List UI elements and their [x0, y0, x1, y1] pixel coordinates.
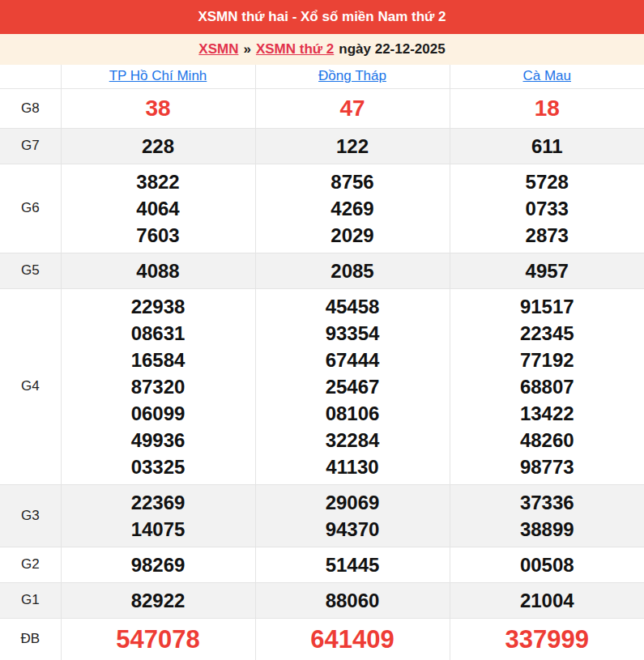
results-body: G8384718G7228122611G63822406476038756426…	[0, 88, 644, 660]
prize-cell: 38	[61, 88, 255, 128]
prize-label-header	[0, 65, 61, 88]
prize-number: 25467	[256, 373, 450, 400]
prize-cell: 45458933546744425467081063228441130	[255, 288, 450, 484]
prize-cell: 22938086311658487320060994993603325	[61, 288, 255, 484]
prize-number: 547078	[62, 623, 255, 656]
prize-number: 611	[450, 133, 644, 160]
province-link-ca-mau[interactable]: Cà Mau	[522, 68, 571, 83]
prize-label: G1	[0, 582, 61, 618]
prize-number: 87320	[62, 373, 255, 400]
table-row: G8384718	[0, 88, 644, 128]
prize-cell: 228	[61, 128, 255, 164]
province-header-row: TP Hồ Chí Minh Đồng Tháp Cà Mau	[0, 65, 644, 88]
prize-cell: 2085	[255, 253, 450, 288]
table-row: ĐB547078641409337999	[0, 618, 644, 660]
prize-cell: 337999	[450, 618, 644, 660]
prize-number: 3822	[62, 168, 255, 195]
prize-number: 4064	[62, 195, 255, 222]
prize-number: 94370	[256, 516, 450, 543]
prize-cell: 2906994370	[255, 484, 450, 547]
prize-number: 228	[62, 133, 255, 160]
table-row: G422938086311658487320060994993603325454…	[0, 288, 644, 484]
province-link-hcm[interactable]: TP Hồ Chí Minh	[109, 68, 207, 83]
prize-number: 337999	[450, 623, 644, 656]
prize-label: G6	[0, 164, 61, 253]
breadcrumb: XSMN » XSMN thứ 2 ngày 22-12-2025	[0, 34, 644, 65]
page-title: XSMN thứ hai - Xổ số miền Nam thứ 2	[198, 9, 446, 25]
lottery-results-page: XSMN thứ hai - Xổ số miền Nam thứ 2 XSMN…	[0, 0, 644, 660]
prize-number: 06099	[62, 400, 255, 427]
prize-label: G3	[0, 484, 61, 547]
prize-number: 08631	[62, 320, 255, 347]
prize-cell: 3733638899	[450, 484, 644, 547]
prize-number: 68807	[450, 373, 644, 400]
prize-number: 51445	[256, 551, 450, 578]
table-row: G7228122611	[0, 128, 644, 164]
prize-number: 82922	[62, 587, 255, 614]
prize-number: 03325	[62, 453, 255, 480]
breadcrumb-link-xsmn[interactable]: XSMN	[198, 41, 238, 57]
prize-cell: 91517223457719268807134224826098773	[450, 288, 644, 484]
prize-cell: 2236914075	[61, 484, 255, 547]
prize-cell: 4957	[450, 253, 644, 288]
prize-label: G7	[0, 128, 61, 164]
prize-number: 29069	[256, 489, 450, 516]
prize-number: 13422	[450, 400, 644, 427]
prize-label: ĐB	[0, 618, 61, 660]
breadcrumb-link-xsmn-thu2[interactable]: XSMN thứ 2	[256, 41, 334, 57]
prize-cell: 82922	[61, 582, 255, 618]
prize-number: 4088	[62, 258, 255, 284]
prize-cell: 547078	[61, 618, 255, 660]
prize-cell: 18	[450, 88, 644, 128]
results-table: TP Hồ Chí Minh Đồng Tháp Cà Mau G8384718…	[0, 65, 644, 660]
prize-cell: 875642692029	[255, 164, 450, 253]
prize-number: 18	[450, 93, 644, 124]
prize-cell: 00508	[450, 547, 644, 582]
prize-number: 2029	[256, 222, 450, 249]
prize-number: 08106	[256, 400, 450, 427]
prize-number: 47	[256, 93, 450, 124]
prize-number: 38	[62, 93, 255, 124]
draw-date: ngày 22-12-2025	[339, 41, 445, 57]
prize-number: 22369	[62, 489, 255, 516]
prize-number: 32284	[256, 427, 450, 453]
table-row: G1829228806021004	[0, 582, 644, 618]
province-header-ca-mau: Cà Mau	[450, 65, 644, 88]
prize-number: 122	[256, 133, 450, 160]
prize-number: 88060	[256, 587, 450, 614]
table-row: G3223691407529069943703733638899	[0, 484, 644, 547]
prize-cell: 382240647603	[61, 164, 255, 253]
province-link-dong-thap[interactable]: Đồng Tháp	[318, 68, 386, 83]
province-header-dong-thap: Đồng Tháp	[255, 65, 450, 88]
prize-number: 67444	[256, 347, 450, 373]
prize-number: 98773	[450, 453, 644, 480]
prize-number: 48260	[450, 427, 644, 453]
table-row: G6382240647603875642692029572807332873	[0, 164, 644, 253]
prize-number: 16584	[62, 347, 255, 373]
province-header-hcm: TP Hồ Chí Minh	[61, 65, 255, 88]
prize-number: 49936	[62, 427, 255, 453]
prize-cell: 98269	[61, 547, 255, 582]
prize-number: 41130	[256, 453, 450, 480]
prize-number: 22345	[450, 320, 644, 347]
prize-cell: 641409	[255, 618, 450, 660]
prize-number: 7603	[62, 222, 255, 249]
prize-number: 93354	[256, 320, 450, 347]
prize-cell: 4088	[61, 253, 255, 288]
prize-cell: 47	[255, 88, 450, 128]
prize-number: 21004	[450, 587, 644, 614]
prize-number: 8756	[256, 168, 450, 195]
prize-cell: 572807332873	[450, 164, 644, 253]
prize-number: 641409	[256, 623, 450, 656]
prize-label: G8	[0, 88, 61, 128]
prize-label: G2	[0, 547, 61, 582]
prize-label: G4	[0, 288, 61, 484]
prize-cell: 611	[450, 128, 644, 164]
prize-number: 45458	[256, 293, 450, 320]
breadcrumb-separator: »	[243, 41, 250, 57]
prize-number: 98269	[62, 551, 255, 578]
prize-number: 00508	[450, 551, 644, 578]
table-row: G5408820854957	[0, 253, 644, 288]
prize-cell: 21004	[450, 582, 644, 618]
prize-number: 38899	[450, 516, 644, 543]
